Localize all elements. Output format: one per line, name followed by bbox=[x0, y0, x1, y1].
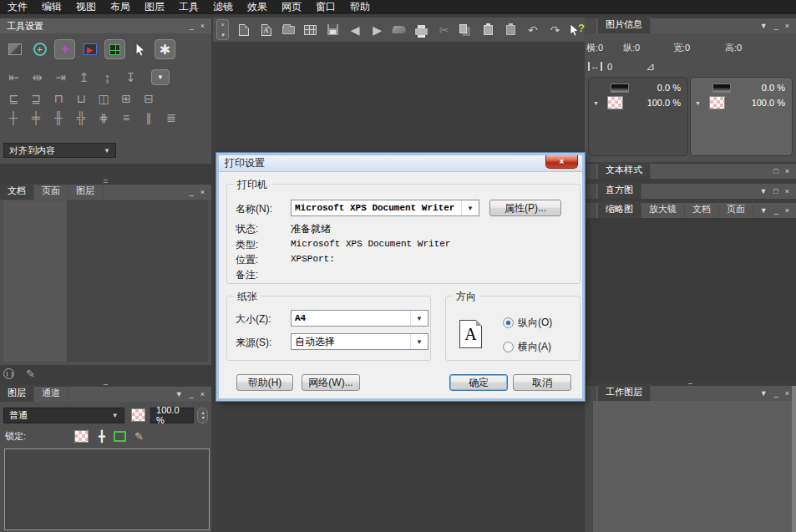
minimize-icon[interactable]: _ bbox=[774, 22, 778, 30]
panel-menu-icon[interactable]: ▼ bbox=[759, 187, 767, 195]
back-icon[interactable]: ◀ bbox=[347, 22, 363, 38]
menu-item-file[interactable]: 文件 bbox=[8, 0, 28, 14]
menu-item-web[interactable]: 网页 bbox=[281, 0, 302, 14]
undo-icon[interactable]: ↶ bbox=[525, 22, 540, 38]
close-icon[interactable]: × bbox=[785, 389, 789, 398]
tab-layer[interactable]: 图层 bbox=[68, 183, 103, 200]
tab-layers[interactable]: 图层 bbox=[0, 385, 34, 402]
layer-fill-swatch[interactable] bbox=[131, 408, 145, 422]
menu-item-effects[interactable]: 效果 bbox=[247, 0, 267, 14]
redo-icon[interactable]: ↷ bbox=[548, 22, 563, 38]
gradient-swatch[interactable] bbox=[611, 84, 629, 93]
menu-item-help[interactable]: 帮助 bbox=[350, 0, 370, 14]
tab-document-view[interactable]: 文档 bbox=[685, 201, 719, 218]
edit-icon[interactable]: ✎ bbox=[26, 367, 35, 380]
opacity-stepper[interactable]: ▴▾ bbox=[197, 408, 208, 423]
scan-icon[interactable] bbox=[392, 22, 407, 38]
layer-opacity-value[interactable]: 100.0 % bbox=[150, 408, 194, 423]
properties-button[interactable]: 属性(P)... bbox=[489, 200, 561, 216]
new-text-icon[interactable]: A bbox=[259, 22, 274, 38]
toolbar-grip[interactable]: ×▾ bbox=[216, 19, 229, 40]
lock-transparency-icon[interactable] bbox=[74, 430, 89, 443]
space-v-center-icon[interactable]: ╬ bbox=[72, 111, 90, 124]
align-middle-v-icon[interactable]: ↨ bbox=[98, 70, 117, 84]
close-icon[interactable]: × bbox=[785, 22, 789, 30]
lock-frame-icon[interactable] bbox=[114, 431, 126, 442]
tab-document[interactable]: 文档 bbox=[0, 183, 34, 200]
space-between-h-icon[interactable]: ∥ bbox=[139, 111, 158, 124]
chevron-down-icon[interactable]: ▼ bbox=[593, 100, 599, 106]
printer-name-select[interactable]: Microsoft XPS Document Writer ▼ bbox=[291, 200, 479, 216]
print-icon[interactable] bbox=[414, 22, 429, 38]
document-list-area[interactable] bbox=[3, 200, 208, 362]
add-point-tool-icon[interactable]: + bbox=[54, 39, 75, 59]
dialog-title-bar[interactable]: 打印设置 × bbox=[219, 155, 582, 172]
layers-list-area[interactable] bbox=[4, 448, 210, 530]
fill-swatch[interactable] bbox=[709, 96, 725, 109]
opacity-card[interactable]: 0.0 % ▼ 100.0 % bbox=[588, 77, 688, 156]
forward-icon[interactable]: ▶ bbox=[370, 22, 385, 38]
menu-item-window[interactable]: 窗口 bbox=[316, 0, 336, 14]
cut-icon[interactable]: ✂ bbox=[437, 22, 452, 38]
opacity-card[interactable]: 0.0 % ▼ 100.0 % bbox=[690, 77, 793, 156]
tab-page[interactable]: 页面 bbox=[34, 183, 68, 200]
new-document-icon[interactable] bbox=[236, 22, 251, 38]
menu-item-layout[interactable]: 布局 bbox=[110, 0, 130, 14]
close-icon[interactable]: × bbox=[785, 206, 789, 215]
panel-menu-icon[interactable]: ▼ bbox=[760, 22, 768, 30]
minimize-icon[interactable]: _ bbox=[774, 389, 778, 398]
distribute-bottom-icon[interactable]: ⊞ bbox=[117, 92, 135, 105]
tab-magnifier[interactable]: 放大镜 bbox=[641, 201, 685, 218]
align-to-select[interactable]: 对齐到内容 ▼ bbox=[3, 143, 116, 158]
copy-icon[interactable] bbox=[459, 22, 474, 38]
pointer-tool-icon[interactable] bbox=[129, 39, 150, 59]
tab-histogram[interactable]: 直方图 bbox=[598, 182, 641, 199]
fill-swatch[interactable] bbox=[607, 96, 623, 109]
portrait-radio[interactable]: 纵向(O) bbox=[503, 316, 552, 330]
menu-item-tools[interactable]: 工具 bbox=[179, 0, 199, 14]
magic-select-tool-icon[interactable] bbox=[4, 39, 25, 59]
close-icon[interactable]: × bbox=[200, 188, 205, 196]
minimize-icon[interactable]: _ bbox=[190, 390, 194, 398]
network-button[interactable]: 网络(W)... bbox=[302, 374, 360, 391]
align-top-icon[interactable]: ↥ bbox=[74, 70, 94, 85]
panel-menu-icon[interactable]: ▼ bbox=[175, 390, 183, 398]
help-button[interactable]: 帮助(H) bbox=[236, 374, 293, 391]
minimize-icon[interactable]: _ bbox=[190, 188, 194, 196]
distribute-center-h-icon[interactable]: ⊒ bbox=[27, 92, 45, 105]
lock-move-icon[interactable]: ╋ bbox=[99, 430, 105, 443]
lock-paint-icon[interactable]: ✎ bbox=[134, 430, 144, 443]
minimize-icon[interactable]: _ bbox=[774, 206, 778, 215]
space-h-center-icon[interactable]: ╪ bbox=[27, 111, 45, 124]
tab-image-info[interactable]: 图片信息 bbox=[598, 17, 651, 33]
grid-align-tool-icon[interactable] bbox=[104, 39, 125, 59]
align-left-icon[interactable]: ⇤ bbox=[4, 70, 23, 85]
chevron-down-icon[interactable]: ▼ bbox=[695, 100, 701, 106]
distribute-top-icon[interactable]: ⊔ bbox=[72, 92, 90, 105]
blend-mode-select[interactable]: 普通 ▼ bbox=[3, 408, 124, 423]
ok-button[interactable]: 确定 bbox=[449, 374, 508, 391]
space-v-top-icon[interactable]: ╫ bbox=[49, 111, 68, 124]
context-help-icon[interactable]: ? bbox=[570, 22, 585, 38]
distribute-middle-icon[interactable]: ◫ bbox=[94, 92, 113, 105]
paper-source-select[interactable]: 自动选择 ▼ bbox=[291, 333, 428, 350]
distribute-center-icon[interactable]: ⊟ bbox=[139, 92, 158, 105]
align-bottom-icon[interactable]: ↧ bbox=[121, 70, 140, 85]
paste-icon[interactable] bbox=[481, 22, 496, 38]
maximize-icon[interactable]: □ bbox=[773, 167, 778, 175]
align-right-icon[interactable]: ⇥ bbox=[51, 70, 70, 85]
work-layers-area[interactable] bbox=[585, 401, 796, 532]
panel-menu-icon[interactable]: ▼ bbox=[760, 206, 768, 215]
browse-icon[interactable] bbox=[303, 22, 318, 38]
open-icon[interactable] bbox=[281, 22, 296, 38]
dialog-close-button[interactable]: × bbox=[545, 155, 578, 169]
close-icon[interactable]: × bbox=[785, 187, 789, 195]
target-tool-icon[interactable]: + bbox=[29, 39, 50, 59]
distribute-left-icon[interactable]: ⊑ bbox=[4, 92, 23, 105]
panel-menu-icon[interactable]: ▼ bbox=[760, 389, 768, 398]
paste-special-icon[interactable] bbox=[504, 22, 519, 38]
red-move-tool-icon[interactable]: ▶ bbox=[79, 39, 100, 59]
gear-tool-icon[interactable]: ✱ bbox=[155, 39, 175, 59]
tab-page-view[interactable]: 页面 bbox=[719, 201, 753, 218]
align-options-dropdown[interactable]: ▼ bbox=[151, 69, 170, 85]
